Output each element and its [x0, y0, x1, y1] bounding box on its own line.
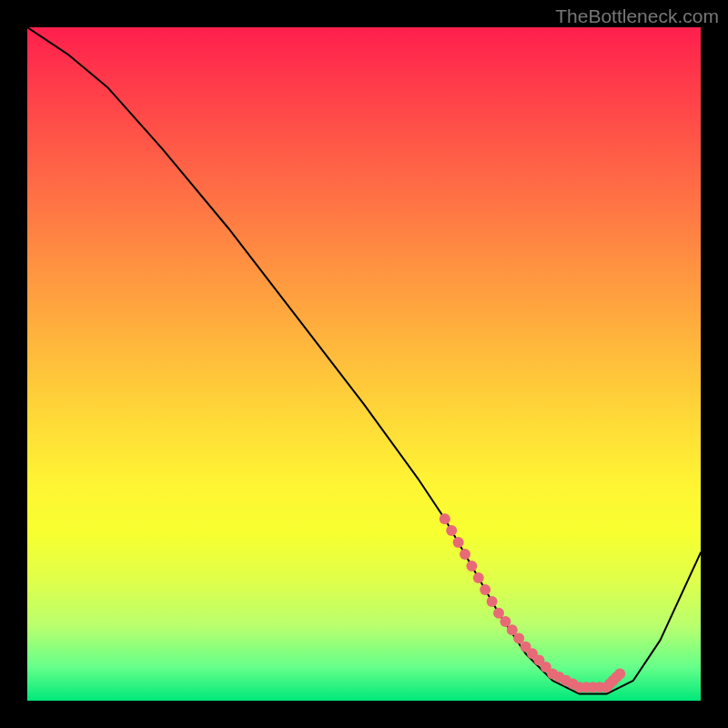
marker-dot [500, 616, 511, 627]
marker-dot [614, 668, 625, 679]
marker-dot [480, 584, 490, 595]
chart-svg [27, 27, 701, 701]
chart-frame: TheBottleneck.com [0, 0, 728, 728]
marker-dot [440, 513, 450, 524]
marker-dot [473, 572, 484, 583]
marker-dot [446, 525, 457, 536]
marker-dot [466, 561, 477, 571]
marker-dot [487, 596, 498, 607]
bottleneck-curve [27, 27, 701, 694]
marker-dot [513, 633, 524, 644]
marker-band [440, 513, 625, 693]
marker-dot [453, 537, 464, 548]
plot-area [27, 27, 701, 701]
watermark-text: TheBottleneck.com [555, 5, 719, 27]
marker-dot [460, 549, 470, 560]
